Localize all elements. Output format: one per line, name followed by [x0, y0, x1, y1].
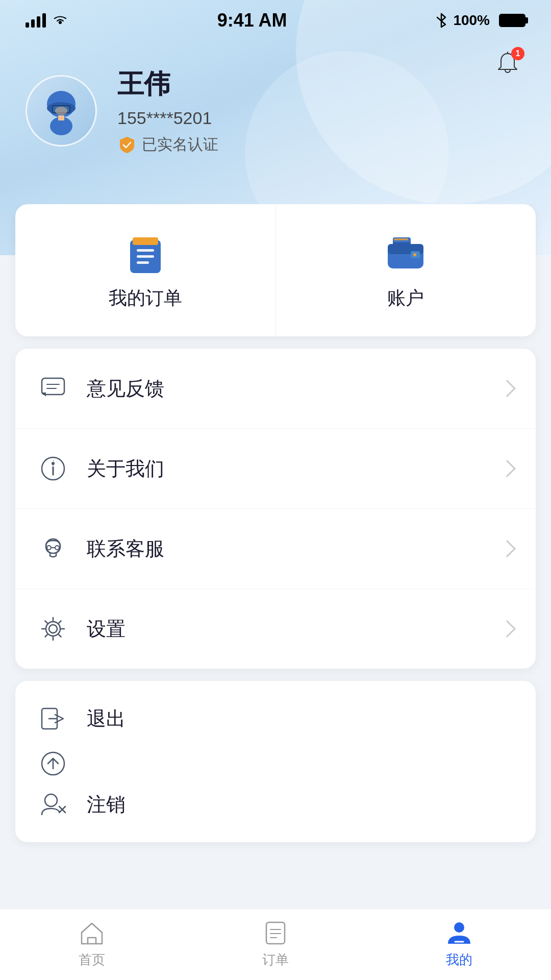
svg-point-42: [454, 922, 464, 933]
svg-point-36: [45, 794, 57, 806]
about-label: 关于我们: [87, 456, 501, 482]
mine-tab-icon: [445, 918, 473, 947]
svg-point-32: [46, 622, 60, 636]
my-orders-label: 我的订单: [109, 286, 182, 311]
status-right: 100%: [436, 12, 525, 29]
logout-card: 退出 注销: [15, 681, 536, 842]
svg-rect-19: [394, 238, 408, 240]
battery-icon: [496, 14, 525, 27]
menu-card: 意见反馈 i 关于我们: [15, 349, 536, 669]
support-menu-item[interactable]: 联系客服: [15, 509, 536, 589]
support-label: 联系客服: [87, 536, 501, 562]
mine-tab-label: 我的: [446, 951, 472, 969]
account-button[interactable]: 账户: [276, 204, 536, 336]
notification-badge: 1: [511, 47, 524, 60]
svg-rect-6: [58, 115, 64, 120]
status-time: 9:41 AM: [217, 10, 287, 31]
svg-rect-20: [42, 378, 64, 395]
feedback-menu-item[interactable]: 意见反馈: [15, 349, 536, 429]
support-icon: [38, 533, 68, 564]
signal-icon: [26, 13, 46, 28]
profile-name: 王伟: [117, 66, 218, 102]
orders-icon: [122, 230, 168, 276]
status-left: [26, 13, 68, 28]
svg-rect-9: [133, 237, 158, 245]
svg-point-16: [413, 253, 416, 256]
tab-mine[interactable]: 我的: [367, 910, 551, 969]
cancel-account-button[interactable]: 注销: [15, 784, 536, 842]
logout-label: 退出: [87, 706, 513, 732]
settings-menu-item[interactable]: 设置: [15, 589, 536, 669]
svg-point-7: [55, 107, 67, 115]
tab-orders[interactable]: 订单: [184, 910, 367, 969]
upload-icon: [38, 748, 68, 779]
tab-bar: 首页 订单 我的: [0, 909, 551, 980]
cancel-icon: [38, 789, 68, 820]
avatar[interactable]: [26, 75, 97, 146]
home-tab-icon: [78, 918, 106, 947]
verified-badge: 已实名认证: [117, 134, 218, 155]
logout-button[interactable]: 退出: [15, 681, 536, 748]
svg-rect-11: [137, 255, 154, 258]
about-menu-item[interactable]: i 关于我们: [15, 429, 536, 509]
wifi-icon: [52, 14, 68, 27]
cancel-label: 注销: [87, 792, 513, 818]
home-tab-label: 首页: [79, 951, 105, 969]
orders-tab-icon: [261, 918, 290, 947]
chevron-right-icon: [498, 460, 516, 477]
logout-icon: [38, 703, 68, 734]
quick-actions-card: 我的订单 账户: [15, 204, 536, 336]
profile-section: 王伟 155****5201 已实名认证: [26, 66, 218, 155]
svg-rect-12: [137, 261, 149, 264]
svg-point-29: [55, 546, 59, 550]
verified-text: 已实名认证: [142, 134, 218, 155]
bluetooth-icon: [436, 13, 447, 28]
settings-icon: [38, 614, 68, 644]
svg-text:i: i: [52, 459, 54, 467]
svg-point-31: [49, 625, 57, 633]
avatar-image: [33, 83, 89, 139]
verified-icon: [117, 135, 137, 155]
account-icon: [383, 230, 429, 276]
feedback-icon: [38, 373, 68, 404]
about-icon: i: [38, 453, 68, 484]
main-content: 我的订单 账户: [0, 204, 551, 909]
upload-area: [15, 748, 536, 784]
feedback-label: 意见反馈: [87, 376, 501, 402]
chevron-right-icon: [498, 620, 516, 638]
settings-label: 设置: [87, 616, 501, 642]
status-bar: 9:41 AM 100%: [0, 0, 551, 41]
profile-info: 王伟 155****5201 已实名认证: [117, 66, 218, 155]
account-label: 账户: [387, 286, 424, 311]
my-orders-button[interactable]: 我的订单: [15, 204, 276, 336]
profile-phone: 155****5201: [117, 108, 218, 128]
chevron-right-icon: [498, 380, 516, 397]
battery-percent: 100%: [453, 12, 490, 29]
tab-home[interactable]: 首页: [0, 910, 184, 969]
svg-rect-10: [137, 249, 154, 252]
svg-point-28: [47, 546, 51, 550]
notification-bell[interactable]: 1: [490, 46, 525, 82]
chevron-right-icon: [498, 540, 516, 557]
orders-tab-label: 订单: [262, 951, 289, 969]
